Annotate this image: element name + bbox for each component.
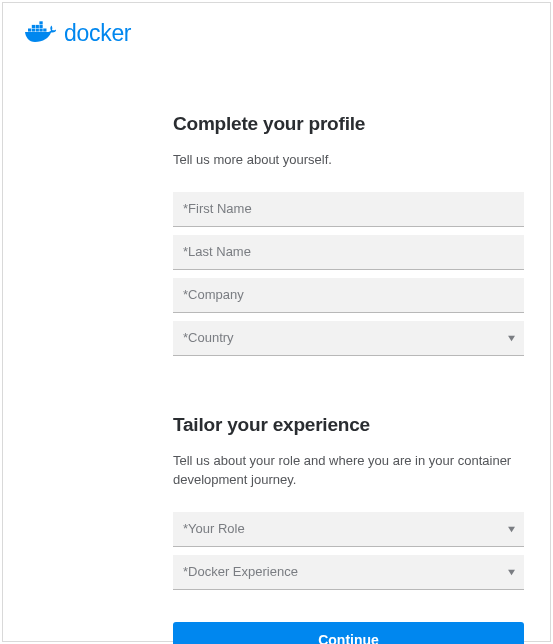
profile-section: Complete your profile Tell us more about… xyxy=(173,113,524,356)
docker-experience-field: *Docker Experience ▼ xyxy=(173,555,524,590)
logo: docker xyxy=(3,3,550,47)
last-name-input[interactable] xyxy=(173,235,524,269)
profile-section-subtitle: Tell us more about yourself. xyxy=(173,151,524,170)
experience-section: Tailor your experience Tell us about you… xyxy=(173,414,524,644)
company-input[interactable] xyxy=(173,278,524,312)
first-name-input[interactable] xyxy=(173,192,524,226)
experience-section-title: Tailor your experience xyxy=(173,414,524,436)
company-field xyxy=(173,278,524,313)
role-select[interactable]: *Your Role xyxy=(173,512,524,546)
svg-rect-0 xyxy=(28,29,31,32)
first-name-field xyxy=(173,192,524,227)
svg-rect-4 xyxy=(43,29,46,32)
country-field: *Country ▼ xyxy=(173,321,524,356)
country-select[interactable]: *Country xyxy=(173,321,524,355)
profile-section-title: Complete your profile xyxy=(173,113,524,135)
profile-card: docker Complete your profile Tell us mor… xyxy=(2,2,551,642)
svg-rect-8 xyxy=(39,21,42,24)
docker-experience-select[interactable]: *Docker Experience xyxy=(173,555,524,589)
last-name-field xyxy=(173,235,524,270)
svg-rect-5 xyxy=(32,25,35,28)
experience-section-subtitle: Tell us about your role and where you ar… xyxy=(173,452,524,490)
logo-text: docker xyxy=(64,20,131,47)
role-field: *Your Role ▼ xyxy=(173,512,524,547)
svg-rect-1 xyxy=(32,29,35,32)
docker-whale-icon xyxy=(25,19,58,47)
form-area: Complete your profile Tell us more about… xyxy=(3,113,550,644)
svg-rect-6 xyxy=(36,25,39,28)
continue-button[interactable]: Continue xyxy=(173,622,524,644)
svg-rect-3 xyxy=(39,29,42,32)
svg-rect-7 xyxy=(39,25,42,28)
svg-rect-2 xyxy=(36,29,39,32)
